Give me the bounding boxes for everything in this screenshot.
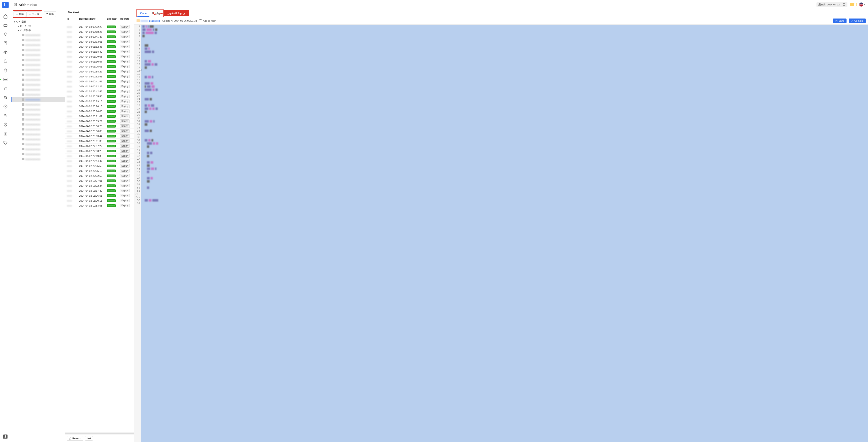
nav-gauge[interactable] — [2, 103, 8, 110]
tab-code[interactable]: Code — [137, 10, 149, 17]
deploy-button[interactable]: Deploy — [120, 80, 130, 83]
table-row[interactable]: xxxx2024-04-02 22:57:22finishedDeploy — [65, 143, 134, 148]
table-row[interactable]: xxxx2024-04-02 23:42:45finishedDeploy — [65, 89, 134, 94]
code-source[interactable] — [141, 25, 868, 442]
nav-wallet[interactable] — [2, 22, 8, 28]
table-row[interactable]: xxxx2024-04-02 23:35:58finishedDeploy — [65, 94, 134, 99]
deploy-button[interactable]: Deploy — [120, 124, 130, 128]
deploy-button[interactable]: Deploy — [120, 174, 130, 177]
deploy-button[interactable]: Deploy — [120, 65, 130, 68]
nav-home[interactable] — [2, 13, 8, 20]
table-row[interactable]: xxxx2024-04-03 02:33:01finishedDeploy — [65, 39, 134, 44]
tree-item[interactable]: xxxxxxxxxxxx — [11, 47, 65, 53]
tree-item[interactable]: xxxxxxxxxxxx — [11, 142, 65, 147]
compile-button[interactable]: Compile — [849, 19, 866, 23]
add-metric-button[interactable]: 指标 — [13, 11, 26, 17]
table-row[interactable]: xxxx2024-04-02 13:17:40finishedDeploy — [65, 188, 134, 193]
tree-item[interactable]: xxxxxxxxxxxx — [11, 67, 65, 72]
table-row[interactable]: xxxx2024-04-02 23:16:08finishedDeploy — [65, 109, 134, 114]
nav-calc[interactable] — [2, 40, 8, 46]
deploy-button[interactable]: Deploy — [120, 164, 130, 168]
deploy-button[interactable]: Deploy — [120, 75, 130, 78]
table-row[interactable]: xxxx2024-04-02 23:09:29finishedDeploy — [65, 119, 134, 124]
tree-item[interactable]: xxxxxxxxxxxx — [11, 147, 65, 152]
refresh-tree-button[interactable]: 刷新 — [43, 11, 56, 17]
tree-item[interactable]: xxxxxxxxxxxx — [11, 72, 65, 77]
backtest-test-button[interactable]: test — [85, 436, 93, 441]
table-row[interactable]: xxxx2024-04-03 01:38:30finishedDeploy — [65, 49, 134, 54]
nav-users[interactable] — [2, 94, 8, 101]
tree-item[interactable]: xxxxxxxxxxxx — [11, 132, 65, 137]
deploy-button[interactable]: Deploy — [120, 55, 130, 58]
table-row[interactable]: xxxx2024-04-02 22:35:58finishedDeploy — [65, 164, 134, 168]
deploy-button[interactable]: Deploy — [120, 149, 130, 152]
table-row[interactable]: xxxx2024-04-02 23:06:08finishedDeploy — [65, 129, 134, 134]
tree-item[interactable]: xxxxxxxxxxxx — [11, 157, 65, 162]
table-row[interactable]: xxxx2024-04-03 01:05:01finishedDeploy — [65, 64, 134, 69]
deploy-button[interactable]: Deploy — [120, 194, 130, 197]
table-row[interactable]: xxxx2024-04-02 13:00:11finishedDeploy — [65, 198, 134, 203]
nav-money[interactable] — [2, 112, 8, 119]
observation-date[interactable]: 观察日 2024-04-02 — [816, 2, 847, 7]
tree-group-online[interactable]: ▾已上线 — [11, 24, 65, 28]
tree-item[interactable]: xxxxxxxxxxxx — [11, 137, 65, 142]
tree-item[interactable]: xxxxxxxxxxxx — [11, 82, 65, 87]
deploy-button[interactable]: Deploy — [120, 184, 130, 188]
locale-flag[interactable] — [859, 2, 863, 6]
deploy-button[interactable]: Deploy — [120, 35, 130, 38]
table-row[interactable]: xxxx2024-04-03 03:18:27finishedDeploy — [65, 29, 134, 34]
nav-copy[interactable] — [2, 85, 8, 92]
deploy-button[interactable]: Deploy — [120, 204, 130, 207]
deploy-button[interactable]: Deploy — [120, 60, 130, 63]
deploy-button[interactable]: Deploy — [120, 189, 130, 192]
table-row[interactable]: xxxx2024-04-02 23:01:35finishedDeploy — [65, 139, 134, 143]
deploy-button[interactable]: Deploy — [120, 70, 130, 73]
tree-root[interactable]: ▾</>指标 — [11, 20, 65, 24]
tree-item[interactable]: xxxxxxxxxxxx — [11, 117, 65, 122]
table-row[interactable]: xxxx2024-04-02 23:26:16finishedDeploy — [65, 104, 134, 109]
table-row[interactable]: xxxx2024-04-02 13:06:53finishedDeploy — [65, 193, 134, 198]
tree-item[interactable]: xxxxxxxxxxxx — [11, 77, 65, 82]
deploy-button[interactable]: Deploy — [120, 120, 130, 123]
tree-item[interactable]: xxxxxxxxxxxx — [11, 57, 65, 62]
nav-shield[interactable] — [2, 122, 8, 128]
tree-item[interactable]: xxxxxxxxxxxx — [11, 97, 65, 102]
table-row[interactable]: xxxx2024-04-03 01:10:57finishedDeploy — [65, 59, 134, 64]
deploy-button[interactable]: Deploy — [120, 90, 130, 93]
table-row[interactable]: xxxx2024-04-03 00:12:25finishedDeploy — [65, 84, 134, 89]
tree-item[interactable]: xxxxxxxxxxxx — [11, 107, 65, 112]
deploy-button[interactable]: Deploy — [120, 25, 130, 28]
table-row[interactable]: xxxx2024-04-03 01:52:38finishedDeploy — [65, 44, 134, 49]
code-editor[interactable]: 1234567891011121314151617181920212223242… — [134, 25, 868, 442]
tree-item[interactable]: xxxxxxxxxxxx — [11, 102, 65, 107]
table-row[interactable]: xxxx2024-04-02 23:11:01finishedDeploy — [65, 114, 134, 119]
nav-balance[interactable] — [2, 49, 8, 56]
nav-stamp[interactable] — [2, 58, 8, 65]
table-row[interactable]: xxxx2024-04-02 22:32:50finishedDeploy — [65, 173, 134, 178]
nav-news[interactable] — [2, 131, 8, 137]
deploy-button[interactable]: Deploy — [120, 159, 130, 163]
deploy-button[interactable]: Deploy — [120, 45, 130, 48]
table-row[interactable]: xxxx2024-04-02 23:06:25finishedDeploy — [65, 124, 134, 129]
tree-item[interactable]: xxxxxxxxxxxx — [11, 62, 65, 67]
deploy-button[interactable]: Deploy — [120, 139, 130, 143]
table-row[interactable]: xxxx2024-04-02 13:27:01finishedDeploy — [65, 178, 134, 183]
tree-item[interactable]: xxxxxxxxxxxx — [11, 33, 65, 37]
tree-item[interactable]: xxxxxxxxxxxx — [11, 42, 65, 47]
nav-code-active[interactable] — [2, 76, 8, 82]
deploy-button[interactable]: Deploy — [120, 30, 130, 33]
nav-db[interactable] — [2, 67, 8, 74]
table-row[interactable]: xxxx2024-04-02 23:03:44finishedDeploy — [65, 134, 134, 139]
deploy-button[interactable]: Deploy — [120, 84, 130, 88]
deploy-button[interactable]: Deploy — [120, 50, 130, 53]
deploy-button[interactable]: Deploy — [120, 100, 130, 103]
table-row[interactable]: xxxx2024-04-03 00:52:51finishedDeploy — [65, 74, 134, 79]
backtest-refresh-button[interactable]: Refresh — [67, 436, 83, 441]
table-row[interactable]: xxxx2024-04-02 12:53:58finishedDeploy — [65, 203, 134, 208]
deploy-button[interactable]: Deploy — [120, 144, 130, 148]
tree-item[interactable]: xxxxxxxxxxxx — [11, 37, 65, 42]
theme-toggle[interactable] — [850, 3, 857, 6]
table-row[interactable]: xxxx2024-04-03 00:58:22finishedDeploy — [65, 69, 134, 74]
deploy-button[interactable]: Deploy — [120, 40, 130, 43]
deploy-button[interactable]: Deploy — [120, 104, 130, 108]
